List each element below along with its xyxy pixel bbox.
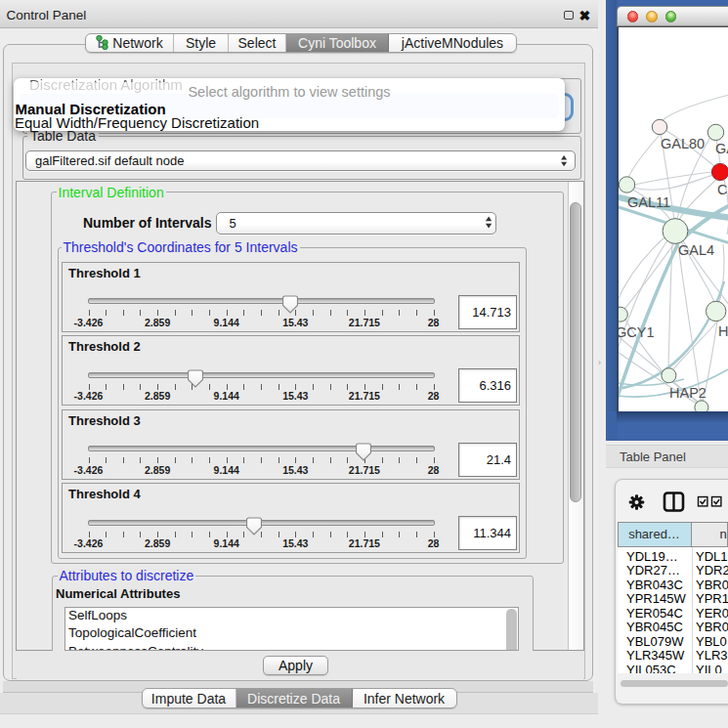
svg-text:C: C [717,182,727,197]
svg-text:GCY1: GCY1 [617,324,655,340]
svg-text:HAP2: HAP2 [669,385,707,401]
svg-text:GAL4: GAL4 [678,242,714,258]
svg-text:GA: GA [715,141,728,156]
svg-text:GAL80: GAL80 [661,136,705,151]
svg-text:H: H [718,323,728,339]
svg-text:GAL11: GAL11 [627,194,670,210]
